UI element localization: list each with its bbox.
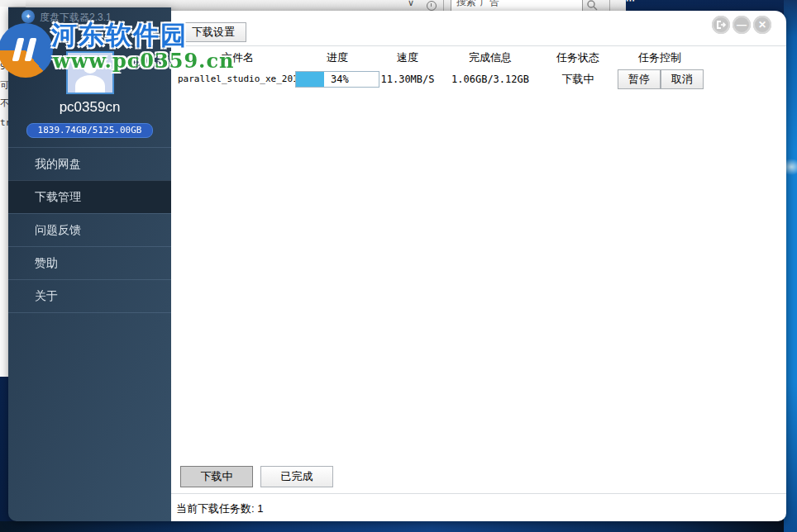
divider [171, 45, 786, 46]
pause-button[interactable]: 暂停 [618, 69, 661, 89]
page-edge-fragment: 不 [0, 97, 8, 110]
page-edge-fragment: 0. [0, 41, 8, 52]
cancel-button[interactable]: 取消 [661, 69, 704, 89]
logout-icon [716, 20, 727, 30]
avatar-head [83, 59, 98, 74]
page-edge-fragment: 99 [0, 61, 8, 72]
avatar [66, 51, 114, 94]
avatar-shoulders [75, 75, 105, 94]
column-header-speed: 速度 [370, 50, 446, 65]
window-controls: — ✕ [712, 16, 771, 34]
task-count-status: 当前下载任务数: 1 [176, 501, 263, 516]
divider [171, 493, 786, 494]
sidebar-item-download-manager[interactable]: 下载管理 [8, 180, 171, 213]
titlebar[interactable]: ✦ 度盘下载器2.3.1 [8, 7, 171, 32]
page-edge-fragment: 可 [0, 79, 8, 92]
column-header-filename: 文件名 [178, 50, 298, 65]
sidebar-item-feedback[interactable]: 问题反馈 [8, 213, 171, 246]
main-panel: — ✕ 下载设置 文件名 进度 速度 完成信息 任务状态 任务控制 parall… [171, 11, 786, 521]
sidebar: ✦ 度盘下载器2.3.1 pc0359cn 1839.74GB/5125.00G… [8, 7, 171, 521]
tab-completed[interactable]: 已完成 [260, 466, 333, 487]
screen: ∨ 搜索"广告" ⋯ 0. 99 可 不 tr ✦ 度盘下载器2.3.1 pc [0, 0, 797, 532]
sidebar-item-sponsor[interactable]: 赞助 [8, 246, 171, 279]
column-header-task-control: 任务控制 [618, 50, 702, 65]
table-row: parallel_studio_xe_201 34% 11.30MB/S 1.0… [171, 69, 786, 90]
app-icon: ✦ [21, 10, 35, 23]
table-header: 文件名 进度 速度 完成信息 任务状态 任务控制 [171, 50, 786, 67]
logout-button[interactable] [712, 16, 730, 34]
progress-bar: 34% [295, 71, 379, 88]
sidebar-item-my-drive[interactable]: 我的网盘 [8, 147, 171, 180]
column-header-task-status: 任务状态 [545, 50, 611, 65]
minimize-button[interactable]: — [733, 16, 751, 34]
column-header-progress: 进度 [295, 50, 379, 65]
progress-label: 34% [331, 72, 349, 87]
download-settings-button[interactable]: 下载设置 [180, 22, 246, 42]
storage-badge: 1839.74GB/5125.00GB [26, 123, 153, 138]
page-edge-fragment: tr [0, 117, 8, 128]
progress-fill [296, 72, 324, 87]
completed-info-cell: 1.06GB/3.12GB [444, 69, 537, 90]
sidebar-nav: 我的网盘 下载管理 问题反馈 赞助 关于 [8, 147, 171, 313]
app-window: ✦ 度盘下载器2.3.1 pc0359cn 1839.74GB/5125.00G… [8, 7, 786, 521]
sidebar-item-about[interactable]: 关于 [8, 279, 171, 313]
speed-cell: 11.30MB/S [370, 69, 446, 90]
column-header-completed-info: 完成信息 [444, 50, 537, 65]
status-cell: 下载中 [545, 69, 611, 90]
desktop-bottom-band [0, 521, 784, 532]
background-page-edge: 0. 99 可 不 tr [0, 7, 8, 377]
background-overflow-mark: ⋯ [626, 0, 641, 4]
filename-cell: parallel_studio_xe_201 [178, 69, 298, 90]
username: pc0359cn [8, 99, 171, 116]
window-title: 度盘下载器2.3.1 [40, 11, 112, 25]
tab-downloading[interactable]: 下载中 [180, 466, 253, 487]
close-button[interactable]: ✕ [753, 16, 771, 34]
